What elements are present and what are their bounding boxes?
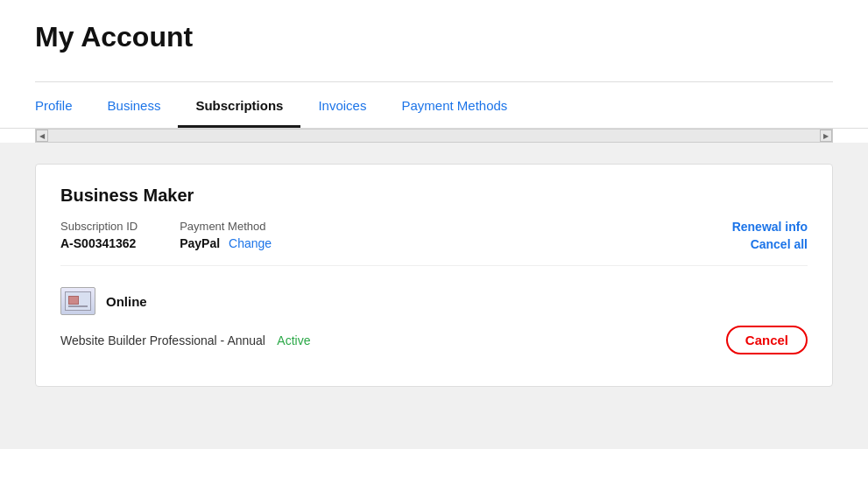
tabs-section: Profile Business Subscriptions Invoices … [0,82,868,129]
page-title: My Account [35,21,833,53]
service-icon [60,287,95,315]
renewal-info-link[interactable]: Renewal info [732,220,808,234]
payment-method-value-row: PayPal Change [180,236,272,250]
service-status: Active [277,333,310,347]
subscription-name: Business Maker [60,186,808,206]
cancel-all-link[interactable]: Cancel all [751,237,808,251]
tabs-wrapper: Profile Business Subscriptions Invoices … [35,82,833,128]
scrollbar-left-arrow[interactable]: ◀ [36,130,48,142]
subscription-id-column: Subscription ID A-S00341362 [60,220,138,250]
service-description: Website Builder Professional - Annual [60,333,265,347]
subscription-id-value: A-S00341362 [60,236,138,250]
meta-left: Subscription ID A-S00341362 Payment Meth… [60,220,272,250]
subscription-card: Business Maker Subscription ID A-S003413… [35,164,833,387]
service-details-row: Website Builder Professional - Annual Ac… [60,322,808,365]
meta-right: Renewal info Cancel all [732,220,808,251]
service-name: Online [106,294,147,309]
header-section: My Account [0,0,868,81]
scrollbar-right-block[interactable]: ▶ [820,130,832,142]
cancel-service-button[interactable]: Cancel [726,326,808,354]
subscription-meta-row: Subscription ID A-S00341362 Payment Meth… [60,220,808,251]
main-content: Business Maker Subscription ID A-S003413… [0,143,868,449]
payment-method-value: PayPal [180,236,220,250]
tab-subscriptions[interactable]: Subscriptions [178,82,300,128]
page-container: My Account Profile Business Subscription… [0,0,868,477]
payment-method-label: Payment Method [180,220,272,233]
tab-invoices[interactable]: Invoices [300,82,384,128]
tab-profile[interactable]: Profile [35,82,90,128]
service-description-group: Website Builder Professional - Annual Ac… [60,333,310,348]
subscription-divider [60,265,808,266]
scrollbar-track[interactable] [48,130,820,142]
service-icon-inner [65,291,91,311]
horizontal-scrollbar[interactable]: ◀ ▶ [35,129,833,143]
subscription-id-label: Subscription ID [60,220,138,233]
tab-business[interactable]: Business [90,82,179,128]
service-row: Online [60,277,808,322]
payment-method-column: Payment Method PayPal Change [180,220,272,250]
tab-payment-methods[interactable]: Payment Methods [384,82,525,128]
change-payment-link[interactable]: Change [229,236,272,250]
